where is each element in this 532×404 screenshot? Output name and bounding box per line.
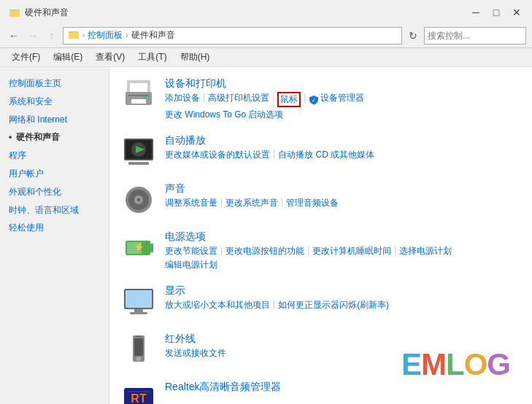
sep3: | xyxy=(304,92,306,107)
svg-rect-10 xyxy=(131,99,146,104)
svg-rect-27 xyxy=(126,290,152,308)
emlog-m: M xyxy=(421,347,446,382)
address-bar: ← → ↑ › 控制面板 › 硬件和声音 ↻ 🔍 xyxy=(0,23,532,48)
sidebar-item-system[interactable]: 系统和安全 xyxy=(0,93,109,111)
svg-rect-31 xyxy=(134,338,143,356)
up-button[interactable]: ↑ xyxy=(44,28,60,44)
sidebar-item-appearance[interactable]: 外观和个性化 xyxy=(0,183,109,201)
category-icon-autoplay xyxy=(121,134,156,169)
category-title-power[interactable]: 电源选项 xyxy=(165,230,206,242)
category-icon-realtek: RT xyxy=(121,381,156,404)
title-bar-controls: ─ □ ✕ xyxy=(466,4,526,21)
sep10: | xyxy=(273,299,275,311)
window-title: 硬件和声音 xyxy=(25,7,69,19)
menu-view[interactable]: 查看(V) xyxy=(90,50,131,65)
sep9: | xyxy=(394,245,396,257)
sep4: | xyxy=(273,149,275,161)
link-power-settings[interactable]: 更改节能设置 xyxy=(165,245,217,257)
close-button[interactable]: ✕ xyxy=(507,4,526,21)
category-icon-infrared xyxy=(121,333,156,368)
sidebar-item-home[interactable]: 控制面板主页 xyxy=(0,74,109,93)
category-icon-power: ⚡ xyxy=(121,230,156,265)
link-volume[interactable]: 调整系统音量 xyxy=(165,197,217,209)
menu-file[interactable]: 文件(F) xyxy=(6,50,46,65)
menu-help[interactable]: 帮助(H) xyxy=(174,50,216,65)
category-sound: 声音 调整系统音量 | 更改系统声音 | 管理音频设备 xyxy=(121,179,520,220)
link-refresh-rate[interactable]: 如何更正显示器闪烁(刷新率) xyxy=(278,299,389,311)
link-system-sound[interactable]: 更改系统声音 xyxy=(225,197,278,209)
category-links-devices: 添加设备 | 高级打印机设置 | 鼠标 | ✓ 设备管理器 xyxy=(165,92,520,107)
svg-rect-7 xyxy=(130,83,147,93)
svg-rect-5 xyxy=(69,31,73,33)
title-bar: 硬件和声音 ─ □ ✕ xyxy=(0,0,532,23)
menu-edit[interactable]: 编辑(E) xyxy=(47,50,88,65)
emlog-e: E xyxy=(401,347,421,382)
sidebar-item-user[interactable]: 用户帐户 xyxy=(0,165,109,183)
category-title-infrared[interactable]: 红外线 xyxy=(165,333,196,344)
emlog-l: L xyxy=(446,347,464,382)
link-add-device[interactable]: 添加设备 xyxy=(165,92,200,107)
emlog-o: O xyxy=(464,347,487,382)
sidebar-item-ease[interactable]: 轻松使用 xyxy=(0,219,109,237)
maximize-button[interactable]: □ xyxy=(487,4,506,21)
link-send-receive[interactable]: 发送或接收文件 xyxy=(165,347,226,360)
link-default-settings[interactable]: 更改媒体或设备的默认设置 xyxy=(165,149,270,161)
path-arrow-2: › xyxy=(126,31,128,39)
category-title-realtek[interactable]: Realtek高清晰音频管理器 xyxy=(165,381,281,392)
category-icon-sound xyxy=(121,182,156,217)
category-icon-devices xyxy=(121,77,156,112)
main-layout: 控制面板主页 系统和安全 网络和 Internet 硬件和声音 程序 用户帐户 … xyxy=(0,67,532,404)
address-path[interactable]: › 控制面板 › 硬件和声音 xyxy=(63,27,402,44)
sidebar-item-programs[interactable]: 程序 xyxy=(0,147,109,165)
link-printer-settings[interactable]: 高级打印机设置 xyxy=(208,92,269,107)
link-windows-to-go[interactable]: 更改 Windows To Go 启动选项 xyxy=(165,109,283,121)
category-links-power: 更改节能设置 | 更改电源按钮的功能 | 更改计算机睡眠时间 | 选择电源计划 xyxy=(165,245,520,257)
link-device-manager[interactable]: 设备管理器 xyxy=(320,92,364,107)
category-devices: 设备和打印机 添加设备 | 高级打印机设置 | 鼠标 | ✓ 设备 xyxy=(121,74,520,124)
menu-tools[interactable]: 工具(T) xyxy=(132,50,172,65)
category-title-autoplay[interactable]: 自动播放 xyxy=(165,134,206,146)
svg-rect-9 xyxy=(128,95,149,96)
category-title-devices[interactable]: 设备和打印机 xyxy=(165,77,226,89)
svg-rect-36 xyxy=(127,391,150,392)
back-button[interactable]: ← xyxy=(6,28,22,44)
svg-rect-11 xyxy=(143,96,146,99)
sidebar-item-clock[interactable]: 时钟、语言和区域 xyxy=(0,201,109,220)
category-display: 显示 放大或缩小文本和其他项目 | 如何更正显示器闪烁(刷新率) xyxy=(121,281,520,322)
link-autoplay-cd[interactable]: 自动播放 CD 或其他媒体 xyxy=(278,149,374,161)
category-content-autoplay: 自动播放 更改媒体或设备的默认设置 | 自动播放 CD 或其他媒体 xyxy=(165,134,520,161)
link-text-size[interactable]: 放大或缩小文本和其他项目 xyxy=(165,299,270,311)
svg-rect-2 xyxy=(9,9,14,11)
svg-rect-17 xyxy=(128,162,149,165)
svg-rect-1 xyxy=(9,10,20,17)
category-title-sound[interactable]: 声音 xyxy=(165,182,185,194)
link-power-button[interactable]: 更改电源按钮的功能 xyxy=(225,245,304,257)
category-links-display: 放大或缩小文本和其他项目 | 如何更正显示器闪烁(刷新率) xyxy=(165,299,520,311)
minimize-button[interactable]: ─ xyxy=(466,4,485,21)
link-mouse[interactable]: 鼠标 xyxy=(277,92,301,107)
category-content-power: 电源选项 更改节能设置 | 更改电源按钮的功能 | 更改计算机睡眠时间 | 选择… xyxy=(165,230,520,271)
category-sublinks-devices: 更改 Windows To Go 启动选项 xyxy=(165,109,520,121)
svg-rect-33 xyxy=(136,335,142,338)
svg-text:RT: RT xyxy=(131,392,147,404)
path-part-2: 硬件和声音 xyxy=(131,29,175,42)
link-power-plan[interactable]: 选择电源计划 xyxy=(399,245,452,257)
forward-button[interactable]: → xyxy=(25,28,41,44)
category-icon-display xyxy=(121,284,156,319)
sidebar-item-network[interactable]: 网络和 Internet xyxy=(0,111,109,129)
refresh-button[interactable]: ↻ xyxy=(405,28,421,44)
search-box: 🔍 xyxy=(424,27,526,44)
category-links-autoplay: 更改媒体或设备的默认设置 | 自动播放 CD 或其他媒体 xyxy=(165,149,520,161)
menu-bar: 文件(F) 编辑(E) 查看(V) 工具(T) 帮助(H) xyxy=(0,48,532,67)
category-content-devices: 设备和打印机 添加设备 | 高级打印机设置 | 鼠标 | ✓ 设备 xyxy=(165,77,520,121)
search-input[interactable] xyxy=(425,31,532,41)
link-sleep-time[interactable]: 更改计算机睡眠时间 xyxy=(312,245,391,257)
svg-rect-29 xyxy=(130,312,147,314)
category-autoplay: 自动播放 更改媒体或设备的默认设置 | 自动播放 CD 或其他媒体 xyxy=(121,131,520,172)
link-audio-device[interactable]: 管理音频设备 xyxy=(286,197,339,209)
link-edit-power-plan[interactable]: 编辑电源计划 xyxy=(165,259,217,271)
path-icon xyxy=(68,28,80,42)
category-title-display[interactable]: 显示 xyxy=(165,284,185,296)
sep2: | xyxy=(272,92,274,107)
path-arrow-1: › xyxy=(82,31,85,39)
